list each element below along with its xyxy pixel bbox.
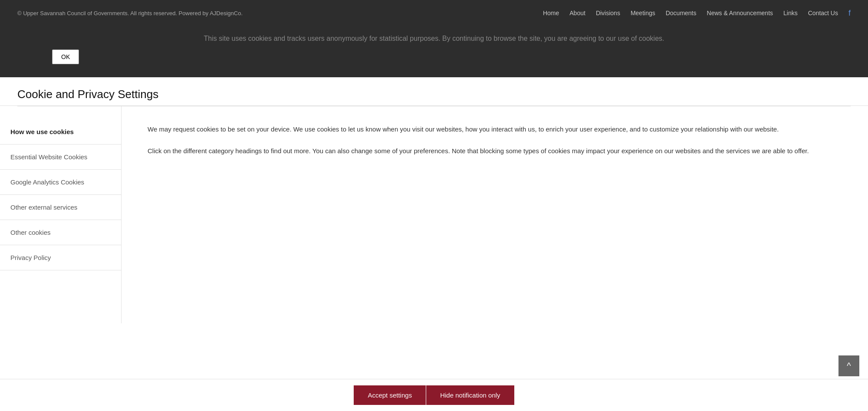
main-content: How we use cookies Essential Website Coo… (0, 106, 868, 323)
nav-news[interactable]: News & Announcements (707, 10, 773, 16)
sidebar-item-how-we-use[interactable]: How we use cookies (0, 119, 121, 145)
facebook-icon[interactable]: f (848, 9, 851, 18)
nav-contact[interactable]: Contact Us (808, 10, 838, 16)
sidebar: How we use cookies Essential Website Coo… (0, 106, 122, 323)
sidebar-item-privacy-policy[interactable]: Privacy Policy (0, 245, 121, 270)
content-paragraph-2: Click on the different category headings… (148, 145, 842, 157)
nav-about[interactable]: About (569, 10, 585, 16)
main-nav: Home About Divisions Meetings Documents … (543, 9, 851, 18)
sidebar-item-external-services[interactable]: Other external services (0, 195, 121, 220)
sidebar-item-essential[interactable]: Essential Website Cookies (0, 145, 121, 170)
cookie-banner: This site uses cookies and tracks users … (0, 26, 868, 77)
nav-links[interactable]: Links (783, 10, 798, 16)
sidebar-item-google-analytics[interactable]: Google Analytics Cookies (0, 170, 121, 195)
nav-home[interactable]: Home (543, 10, 559, 16)
cookie-banner-text: This site uses cookies and tracks users … (52, 35, 816, 43)
nav-meetings[interactable]: Meetings (631, 10, 655, 16)
content-panel: We may request cookies to be set on your… (122, 106, 868, 323)
sidebar-item-other-cookies[interactable]: Other cookies (0, 220, 121, 245)
ok-button[interactable]: OK (52, 49, 79, 64)
header-bar: © Upper Savannah Council of Governments.… (0, 0, 868, 26)
nav-documents[interactable]: Documents (666, 10, 697, 16)
page-title-section: Cookie and Privacy Settings (0, 77, 868, 106)
copyright-text: © Upper Savannah Council of Governments.… (17, 10, 243, 16)
page-title: Cookie and Privacy Settings (17, 88, 851, 101)
nav-divisions[interactable]: Divisions (596, 10, 620, 16)
content-paragraph-1: We may request cookies to be set on your… (148, 124, 842, 135)
